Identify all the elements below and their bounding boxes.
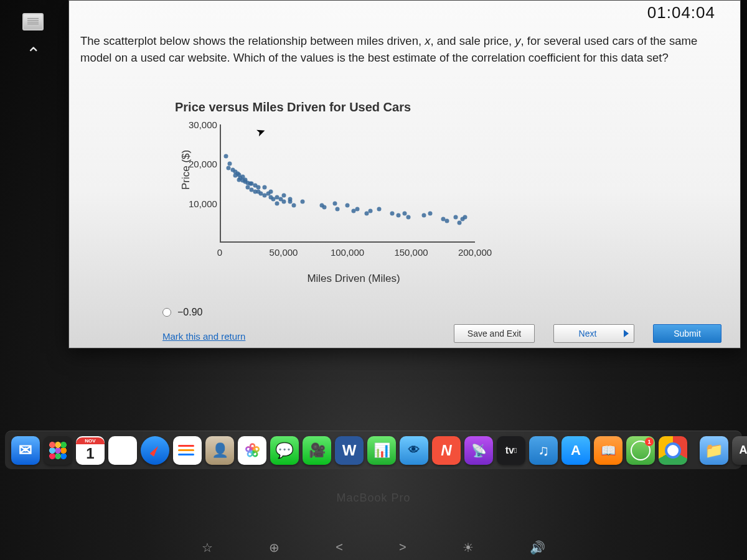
scatter-point <box>368 209 372 213</box>
dock-notes-icon[interactable] <box>108 436 137 465</box>
dock-safari-icon[interactable] <box>141 436 169 465</box>
scatter-point <box>228 162 232 166</box>
scatter-point <box>224 154 228 158</box>
dock-facetime-icon[interactable] <box>303 436 331 465</box>
dock-screentime-icon[interactable]: 1 <box>626 436 655 465</box>
scatter-point <box>458 221 462 225</box>
scatter-point <box>345 203 350 207</box>
scatter-point <box>463 215 467 219</box>
answer-radio-a[interactable] <box>162 308 171 317</box>
y-axis-label: Price ($) <box>180 150 192 190</box>
dock-fontbook-icon[interactable] <box>732 436 747 465</box>
dock-numbers-icon[interactable] <box>367 436 396 465</box>
answer-label-a: −0.90 <box>177 307 202 318</box>
dock-downloads-icon[interactable] <box>700 436 728 465</box>
dock-word-icon[interactable] <box>335 436 364 465</box>
scatter-point <box>288 199 292 203</box>
badge: 1 <box>645 437 654 446</box>
fn-star-icon: ☆ <box>202 540 213 555</box>
dock-tv-icon[interactable]:  <box>497 436 525 465</box>
scatter-point <box>322 205 327 210</box>
scatter-point <box>355 207 360 212</box>
fn-prev-icon: < <box>336 540 343 555</box>
dock-preview-icon[interactable] <box>400 436 428 465</box>
next-button[interactable]: Next <box>553 324 634 343</box>
y-tick-label: 30,000 <box>189 119 220 130</box>
mark-and-return-link[interactable]: Mark this and return <box>162 331 245 342</box>
scatter-point <box>281 199 286 203</box>
dock-calendar-icon[interactable]: NOV 1 <box>76 436 105 465</box>
dock-appstore-icon[interactable] <box>561 436 590 465</box>
calendar-day: 1 <box>86 444 94 463</box>
dock-launchpad-icon[interactable] <box>44 436 72 465</box>
x-tick-label: 0 <box>217 247 222 258</box>
plot-axes <box>220 124 475 243</box>
fn-plus-icon: ⊕ <box>269 540 280 555</box>
app-left-rail: ⌃ <box>11 12 55 63</box>
scatter-point <box>377 207 382 212</box>
chart: Price versus Miles Driven for Used Cars … <box>162 100 492 287</box>
scatter-point <box>332 201 337 205</box>
scatter-point <box>422 213 426 217</box>
question-segment: , and sale price, <box>430 34 515 47</box>
scatter-point <box>301 199 305 203</box>
scatter-plot: Price ($) Miles Driven (Miles) 10,00020,… <box>189 118 487 261</box>
question-segment: The scatterplot below shows the relation… <box>80 34 425 47</box>
chart-title: Price versus Miles Driven for Used Cars <box>175 100 492 114</box>
x-tick-label: 50,000 <box>270 247 298 258</box>
scatter-point <box>406 215 411 219</box>
dock-photos-icon[interactable] <box>238 436 266 465</box>
x-tick-label: 100,000 <box>331 247 364 258</box>
question-text: The scatterplot below shows the relation… <box>80 33 729 67</box>
x-tick-label: 150,000 <box>394 247 428 258</box>
scatter-point <box>428 211 433 215</box>
timer-display: 01:04:04 <box>647 3 715 22</box>
quiz-window: 01:04:04 The scatterplot below shows the… <box>68 0 741 348</box>
rail-thumbnail-icon[interactable] <box>21 12 45 31</box>
answer-options: −0.90 <box>162 307 202 318</box>
dock-books-icon[interactable] <box>594 436 622 465</box>
scatter-point <box>281 194 286 198</box>
fn-next-icon: > <box>399 540 406 555</box>
function-key-row: ☆ ⊕ < > ☀ 🔊 <box>0 540 747 555</box>
dock-mail-icon[interactable] <box>11 436 40 465</box>
x-axis-label: Miles Driven (Miles) <box>220 273 487 285</box>
scatter-point <box>454 215 458 219</box>
y-tick-label: 20,000 <box>189 159 220 169</box>
scatter-point <box>291 203 296 207</box>
scatter-point <box>403 211 407 215</box>
dock-messages-icon[interactable] <box>270 436 299 465</box>
submit-button[interactable]: Submit <box>653 324 721 343</box>
dock-chrome-icon[interactable] <box>659 436 687 465</box>
calendar-month: NOV <box>76 437 105 444</box>
scatter-point <box>275 201 280 205</box>
scatter-point <box>269 189 273 194</box>
fn-bright-icon: ☀ <box>463 540 474 555</box>
x-tick-label: 200,000 <box>458 247 492 258</box>
scatter-point <box>390 211 394 215</box>
dock-contacts-icon[interactable] <box>205 436 234 465</box>
laptop-label: MacBook Pro <box>0 492 747 505</box>
scatter-point <box>262 185 266 190</box>
y-tick-label: 10,000 <box>189 198 220 208</box>
dock: NOV 1  1 <box>5 431 742 469</box>
desktop: ⌃ 01:04:04 The scatterplot below shows t… <box>0 0 747 560</box>
answer-option-a[interactable]: −0.90 <box>162 307 202 318</box>
dock-smartmusic-icon[interactable] <box>432 436 461 465</box>
dock-music-icon[interactable] <box>529 436 558 465</box>
rail-up-arrow-icon[interactable]: ⌃ <box>21 45 45 63</box>
dock-reminders-icon[interactable] <box>173 436 202 465</box>
save-and-exit-button[interactable]: Save and Exit <box>454 324 535 343</box>
scatter-point <box>335 207 339 212</box>
scatter-point <box>444 219 449 223</box>
fn-volume-icon: 🔊 <box>530 540 545 555</box>
dock-podcasts-icon[interactable] <box>464 436 493 465</box>
scatter-point <box>397 213 401 217</box>
action-buttons: Save and Exit Next Submit <box>454 324 721 343</box>
